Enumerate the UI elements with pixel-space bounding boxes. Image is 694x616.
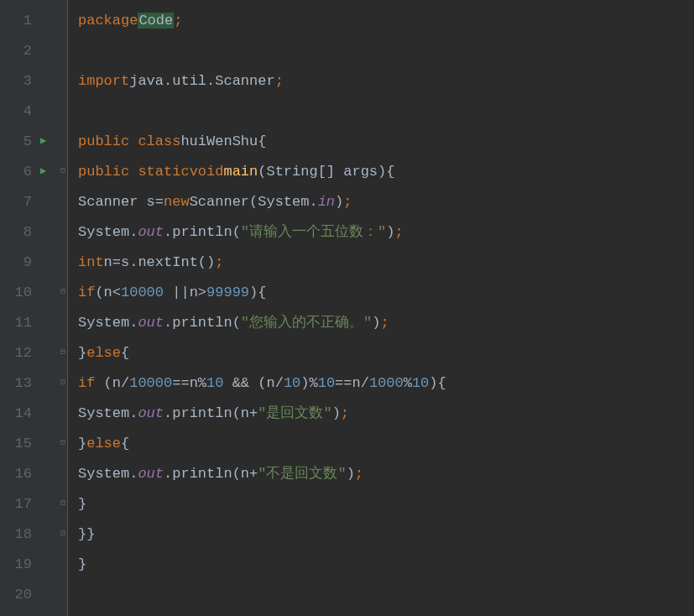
code-text: n=s.nextInt() [104,255,216,269]
code-text: ){ [249,285,266,300]
gutter-line[interactable]: 7 [0,186,67,217]
gutter-line[interactable]: 8 [0,217,67,247]
code-line[interactable]: int n=s.nextInt(); [78,247,694,277]
code-line[interactable]: Scanner s=new Scanner(System.in); [78,186,694,217]
keyword: else [86,436,121,451]
fold-icon[interactable]: ⊟ [60,288,65,296]
fold-icon[interactable]: ⊟ [60,378,65,387]
fold-icon[interactable]: ⊟ [60,348,65,357]
keyword: import [78,74,129,88]
code-text: .println(n+ [164,406,258,420]
gutter-line[interactable]: 5▶ [0,126,67,156]
code-text: ){ [429,376,446,390]
code-text: .println(n+ [164,467,258,481]
gutter-line[interactable]: 15⊟ [0,428,67,458]
string: "请输入一个五位数：" [241,225,386,239]
keyword: package [78,13,138,28]
field: out [138,467,164,481]
code-line[interactable]: public static void main(String[] args) { [78,156,694,186]
code-line[interactable]: } [78,488,694,519]
gutter: 1 2 3 4 5▶ 6▶⊟ 7 8 9 10⊟ 11 12⊟ 13⊟ 14 1… [0,0,67,616]
semicolon: ; [343,195,352,209]
gutter-line[interactable]: 17⊟ [0,488,67,519]
field: out [138,406,164,420]
code-text: System. [78,467,138,481]
gutter-line[interactable]: 14 [0,398,67,428]
gutter-line[interactable]: 11 [0,307,67,337]
code-text: System. [78,316,138,330]
fold-icon[interactable]: ⊟ [60,439,65,447]
gutter-line[interactable]: 18⊟ [0,519,67,549]
line-number: 1 [0,13,32,28]
code-text: }} [78,527,95,541]
gutter-line[interactable]: 10⊟ [0,277,67,307]
code-line[interactable]: if (n/10000==n%10 && (n/10)%10==n/1000%1… [78,368,694,398]
code-text: Scanner(System. [190,195,318,209]
line-number: 6 [0,164,32,179]
code-line[interactable] [78,579,694,609]
line-number: 13 [0,376,32,390]
gutter-line[interactable]: 20 [0,579,67,609]
line-number: 15 [0,436,32,451]
code-line[interactable]: System.out.println(n+"不是回文数"); [78,458,694,488]
code-line[interactable]: System.out.println("您输入的不正确。"); [78,307,694,337]
code-line[interactable]: }else{ [78,337,694,368]
code-text: ) [335,195,343,209]
number: 10 [412,376,429,390]
gutter-line[interactable]: 16 [0,458,67,488]
code-line[interactable]: }else{ [78,428,694,458]
code-text: } [78,346,86,360]
fold-icon[interactable]: ⊟ [60,499,65,508]
gutter-line[interactable]: 3 [0,65,67,96]
run-icon[interactable]: ▶ [40,166,46,176]
code-line[interactable]: import java.util.Scanner; [78,65,694,96]
code-text: ) [332,406,341,420]
code-line[interactable]: }} [78,519,694,549]
gutter-line[interactable]: 2 [0,35,67,65]
code-text: Scanner s= [78,195,164,209]
code-line[interactable] [78,96,694,126]
code-text: { [121,436,129,451]
line-number: 5 [0,134,32,149]
code-line[interactable]: package Code; [78,5,694,35]
gutter-line[interactable]: 9 [0,247,67,277]
code-line[interactable]: System.out.println("请输入一个五位数："); [78,217,694,247]
code-text: ==n% [172,376,206,390]
code-text: % [404,376,412,390]
semicolon: ; [341,406,349,420]
fold-icon[interactable]: ⊟ [60,530,65,538]
brace: { [258,134,266,149]
gutter-line[interactable]: 4 [0,96,67,126]
paren: ( [258,164,266,179]
gutter-line[interactable]: 6▶⊟ [0,156,67,186]
line-number: 11 [0,316,32,330]
keyword: if [78,376,95,390]
code-line[interactable]: public class huiWenShu { [78,126,694,156]
string: "是回文数" [258,406,331,420]
code-line[interactable]: if(n<10000 ||n>99999){ [78,277,694,307]
code-line[interactable]: System.out.println(n+"是回文数"); [78,398,694,428]
code-line[interactable]: } [78,549,694,579]
field: out [138,316,164,330]
field: out [138,225,164,239]
semicolon: ; [174,13,182,28]
line-number: 20 [0,587,32,602]
gutter-line[interactable]: 1 [0,5,67,35]
code-line[interactable] [78,35,694,65]
gutter-line[interactable]: 13⊟ [0,368,67,398]
keyword: if [78,285,95,300]
code-text: )% [300,376,317,390]
gutter-line[interactable]: 12⊟ [0,337,67,368]
code-text: System. [78,406,138,420]
line-number: 9 [0,255,32,269]
code-text: System. [78,225,138,239]
gutter-line[interactable]: 19 [0,549,67,579]
fold-icon[interactable]: ⊟ [60,167,65,175]
run-icon[interactable]: ▶ [40,136,46,146]
number: 10 [318,376,335,390]
keyword: else [86,346,121,360]
semicolon: ; [215,255,223,269]
code-area[interactable]: package Code; import java.util.Scanner; … [67,0,694,616]
keyword: void [190,164,224,179]
code-text: ||n> [164,285,206,300]
